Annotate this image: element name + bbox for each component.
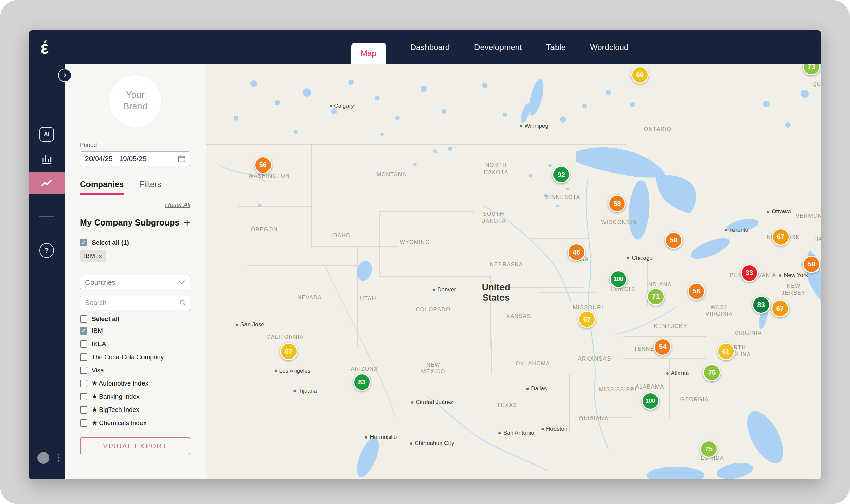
company-label: The Coca-Cola Company bbox=[91, 354, 164, 361]
map-marker[interactable]: 46 bbox=[568, 244, 585, 261]
tab-companies[interactable]: Companies bbox=[80, 180, 124, 195]
company-label: ★ BigTech Index bbox=[91, 406, 140, 414]
company-row[interactable]: Visa bbox=[80, 364, 191, 377]
map-marker[interactable]: 61 bbox=[717, 343, 735, 360]
bar-chart-icon bbox=[40, 152, 53, 165]
map-marker[interactable]: 58 bbox=[688, 283, 705, 300]
map-marker[interactable]: 67 bbox=[578, 310, 596, 328]
company-label: ★ Banking Index bbox=[91, 393, 140, 400]
tab-table[interactable]: Table bbox=[546, 42, 566, 52]
map-marker[interactable]: 92 bbox=[552, 166, 570, 183]
map-marker[interactable]: 73 bbox=[803, 64, 820, 75]
chip-ibm: IBM× bbox=[80, 251, 106, 262]
company-label: IKEA bbox=[91, 340, 106, 348]
map-canvas[interactable]: CalgaryWinnipegONTARIOQUEBECOttawaToront… bbox=[206, 64, 821, 479]
checkbox[interactable] bbox=[80, 340, 87, 348]
brand-logo: έ bbox=[40, 30, 48, 64]
checkbox[interactable] bbox=[80, 393, 87, 400]
checkbox[interactable] bbox=[80, 419, 87, 427]
subgroups-header: My Company Subgroups + bbox=[80, 217, 191, 228]
chevron-down-icon bbox=[178, 280, 185, 285]
select-all-count-label: Select all (1) bbox=[91, 239, 129, 247]
top-navbar: έ MapDashboardDevelopmentTableWordcloud bbox=[29, 30, 821, 64]
map-marker[interactable]: 100 bbox=[609, 270, 627, 288]
checkbox[interactable] bbox=[80, 315, 87, 323]
more-options-icon[interactable]: ⋮ bbox=[54, 452, 64, 463]
checkbox[interactable] bbox=[80, 406, 87, 414]
map-marker[interactable]: 67 bbox=[772, 228, 790, 246]
help-icon: ? bbox=[39, 243, 54, 258]
period-label: Period bbox=[80, 142, 191, 148]
user-avatar[interactable] bbox=[37, 452, 49, 464]
company-row[interactable]: ★ Chemicals Index bbox=[80, 416, 191, 429]
nav-tabs: MapDashboardDevelopmentTableWordcloud bbox=[351, 30, 628, 64]
company-label: ★ Chemicals Index bbox=[91, 419, 146, 427]
your-brand-badge[interactable]: Your Brand bbox=[109, 75, 161, 127]
map-marker[interactable]: 66 bbox=[631, 66, 649, 84]
search-input[interactable] bbox=[80, 296, 191, 310]
company-label: Visa bbox=[91, 366, 104, 374]
company-label: ★ Automotive Index bbox=[91, 379, 148, 387]
map-marker[interactable]: 83 bbox=[353, 373, 371, 391]
subgroups-title: My Company Subgroups bbox=[80, 218, 179, 228]
company-row[interactable]: ✓IBM bbox=[80, 324, 191, 337]
map-marker[interactable]: 58 bbox=[608, 195, 626, 212]
tab-dashboard[interactable]: Dashboard bbox=[410, 42, 450, 52]
tab-wordcloud[interactable]: Wordcloud bbox=[590, 42, 628, 52]
checkbox[interactable]: ✓ bbox=[80, 327, 87, 335]
company-list: ✓IBMIKEAThe Coca-Cola CompanyVisa★ Autom… bbox=[80, 324, 191, 429]
checkbox[interactable] bbox=[80, 354, 87, 361]
company-label: IBM bbox=[91, 327, 103, 335]
ai-icon: AI bbox=[39, 127, 54, 142]
period-input[interactable]: 20/04/25 - 19/05/25 bbox=[80, 151, 191, 166]
dashboard-charts-button[interactable] bbox=[29, 146, 65, 171]
map-marker[interactable]: 83 bbox=[752, 296, 770, 313]
reset-all-link[interactable]: Reset All bbox=[80, 201, 191, 209]
panel-tabs: Companies Filters bbox=[80, 180, 191, 195]
panel-collapse-button[interactable]: › bbox=[58, 69, 72, 82]
calendar-icon[interactable] bbox=[177, 154, 186, 163]
map-markers: 6673569258506746100715833508367675461751… bbox=[206, 64, 821, 479]
period-value: 20/04/25 - 19/05/25 bbox=[85, 155, 146, 163]
countries-select[interactable]: Countries bbox=[80, 275, 191, 289]
map-marker[interactable]: 67 bbox=[771, 300, 789, 317]
tab-filters[interactable]: Filters bbox=[139, 180, 161, 194]
select-all-subgroups-row[interactable]: ✓ Select all (1) bbox=[80, 239, 191, 247]
map-marker[interactable]: 54 bbox=[654, 338, 671, 356]
chip-remove-icon[interactable]: × bbox=[98, 253, 102, 259]
ai-assistant-button[interactable]: AI bbox=[29, 122, 65, 146]
map-marker[interactable]: 33 bbox=[741, 264, 758, 282]
tab-development[interactable]: Development bbox=[474, 42, 522, 52]
company-row[interactable]: ★ BigTech Index bbox=[80, 403, 191, 416]
map-marker[interactable]: 50 bbox=[665, 232, 683, 249]
select-all-label: Select all bbox=[91, 315, 119, 323]
your-brand-label: Your Brand bbox=[118, 89, 153, 112]
map-marker[interactable]: 50 bbox=[803, 255, 820, 273]
app-window: έ MapDashboardDevelopmentTableWordcloud … bbox=[29, 30, 821, 479]
filter-panel: Your Brand Period 20/04/25 - 19/05/25 Co… bbox=[65, 64, 206, 479]
visual-export-button[interactable]: VISUAL EXPORT bbox=[80, 437, 191, 454]
chip-list: IBM× bbox=[80, 251, 191, 262]
checkbox[interactable]: ✓ bbox=[80, 239, 87, 247]
company-row[interactable]: ★ Banking Index bbox=[80, 390, 191, 403]
line-chart-icon bbox=[40, 176, 53, 190]
company-row[interactable]: IKEA bbox=[80, 337, 191, 350]
select-all-companies-row[interactable]: Select all bbox=[80, 315, 191, 323]
map-marker[interactable]: 67 bbox=[280, 343, 298, 360]
map-marker[interactable]: 75 bbox=[703, 364, 721, 381]
company-row[interactable]: ★ Automotive Index bbox=[80, 377, 191, 390]
search-icon bbox=[179, 299, 187, 307]
tab-map[interactable]: Map bbox=[351, 42, 386, 64]
checkbox[interactable] bbox=[80, 366, 87, 374]
help-button[interactable]: ? bbox=[29, 238, 65, 263]
map-marker[interactable]: 56 bbox=[254, 156, 272, 174]
map-marker[interactable]: 75 bbox=[700, 440, 718, 458]
company-row[interactable]: The Coca-Cola Company bbox=[80, 350, 191, 364]
map-marker[interactable]: 71 bbox=[647, 288, 665, 306]
trends-button-active[interactable] bbox=[29, 172, 65, 194]
map-marker[interactable]: 100 bbox=[642, 392, 659, 410]
chevron-right-icon: › bbox=[64, 70, 67, 79]
add-subgroup-icon[interactable]: + bbox=[184, 217, 191, 228]
sidebar-divider bbox=[39, 216, 54, 217]
checkbox[interactable] bbox=[80, 380, 87, 387]
